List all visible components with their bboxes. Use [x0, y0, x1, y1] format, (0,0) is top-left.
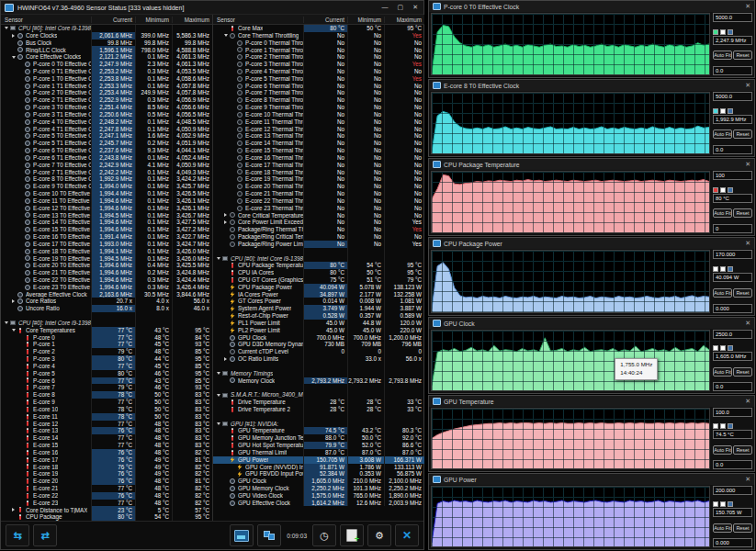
- reset-button[interactable]: Reset: [733, 445, 752, 455]
- sensor-row[interactable]: E-core 11 T0 Effective Clock1,994.6 MHz0…: [1, 197, 212, 205]
- sensor-row[interactable]: E-core 13 Thermal ThrottlingNoNoNo: [213, 132, 424, 140]
- graph-titlebar[interactable]: GPU Temperature✕: [429, 396, 754, 407]
- sensor-row[interactable]: GPU Clock1,605.0 MHz210.0 MHz2,100.0 MHz: [213, 478, 424, 485]
- sensor-row[interactable]: E-core 16 Thermal ThrottlingNoNoNo: [213, 154, 424, 162]
- collapse-toggle-icon[interactable]: [10, 329, 17, 332]
- sensor-row[interactable]: P-core 279 °C48 °C85 °C: [1, 348, 212, 355]
- sensor-row[interactable]: E-core 977 °C50 °C83 °C: [1, 399, 212, 406]
- sensor-row[interactable]: GT Cores Power0.014 W0.008 W1.081 W: [213, 298, 424, 305]
- grid-color-swatch[interactable]: [728, 29, 733, 35]
- sensor-row[interactable]: P-core 4 Thermal ThrottlingNoNoNo: [213, 68, 424, 75]
- sensor-row[interactable]: Core Critical TemperatureNoNoNo: [213, 212, 424, 219]
- sensor-group-row[interactable]: S.M.A.R.T.: Micron_3400_MTFDKBA...: [213, 391, 424, 399]
- graph-color-swatch[interactable]: [713, 266, 718, 272]
- sensor-row[interactable]: E-core 2076 °C48 °C81 °C: [1, 478, 212, 485]
- sensor-row[interactable]: CPU Package Temperature80 °C54 °C95 °C: [213, 262, 424, 269]
- sensor-row[interactable]: P-core 3 T1 Effective Clock2,250.6 MHz0.…: [1, 111, 212, 118]
- auto-fit-button[interactable]: Auto Fit: [713, 51, 732, 60]
- graph-plot-area[interactable]: [431, 486, 710, 547]
- close-icon[interactable]: ✕: [745, 240, 750, 247]
- grid-color-swatch[interactable]: [728, 345, 733, 351]
- background-color-swatch[interactable]: [720, 345, 726, 351]
- sensor-row[interactable]: Package/Ring Critical TemperatureNoNoNo: [213, 233, 424, 241]
- sensor-row[interactable]: P-core 1 T0 Effective Clock2,253.8 MHz0.…: [1, 75, 212, 83]
- background-color-swatch[interactable]: [720, 266, 726, 272]
- graph-color-swatch[interactable]: [713, 423, 718, 429]
- header-current[interactable]: Current: [303, 17, 347, 23]
- sensor-row[interactable]: PL2 Power Limit45.0 W45.0 W220.0 W: [213, 327, 424, 334]
- graph-color-swatch[interactable]: [713, 187, 718, 193]
- sensor-row[interactable]: E-core 1376 °C48 °C83 °C: [1, 427, 212, 434]
- graph-titlebar[interactable]: GPU Power✕: [429, 474, 754, 485]
- sensor-row[interactable]: P-core 1 Thermal ThrottlingNoNoNo: [213, 46, 424, 53]
- reset-button[interactable]: Reset: [733, 129, 752, 139]
- sensor-row[interactable]: IA Cores Power34.897 W2.177 W132.258 W: [213, 291, 424, 298]
- header-maximum[interactable]: Maximum: [384, 17, 424, 23]
- sensor-row[interactable]: P-core 7 T1 Effective Clock2,242.2 MHz0.…: [1, 169, 212, 176]
- sensor-row[interactable]: Core Temperatures77 °C43 °C95 °C: [1, 327, 212, 334]
- background-color-swatch[interactable]: [720, 187, 726, 193]
- collapse-toggle-icon[interactable]: [3, 27, 9, 29]
- sensor-row[interactable]: P-core 380 °C44 °C95 °C: [1, 355, 212, 363]
- expand-toggle-icon[interactable]: [222, 213, 229, 217]
- sensor-row[interactable]: GPU Temperature74.5 °C43.2 °C80.3 °C: [213, 427, 424, 434]
- sensor-row[interactable]: E-core 20 T0 Effective Clock1,994.6 MHz0…: [1, 262, 212, 269]
- sensor-row[interactable]: E-core 14 T0 Effective Clock1,994.6 MHz0…: [1, 219, 212, 226]
- sensor-group-row[interactable]: GPU [#1]: NVIDIA:: [213, 421, 424, 428]
- grid-color-swatch[interactable]: [728, 108, 733, 114]
- sensor-row[interactable]: P-core 077 °C48 °C84 °C: [1, 334, 212, 342]
- sensor-row[interactable]: GPU Hot Spot Temperature79.9 °C52.0 °C86…: [213, 442, 424, 449]
- sensor-row[interactable]: P-core 7 Thermal ThrottlingNoNoNo: [213, 89, 424, 96]
- reset-button[interactable]: Reset: [733, 367, 752, 377]
- sensor-group-row[interactable]: CPU [#0]: Intel Core i9-13980HX: [1, 25, 212, 32]
- header-minimum[interactable]: Minimum: [135, 17, 172, 23]
- sensor-row[interactable]: P-core 6 T0 Effective Clock2,237.6 MHz9.…: [1, 147, 212, 154]
- sensor-row[interactable]: P-core 5 T0 Effective Clock2,247.1 MHz1.…: [1, 132, 212, 140]
- graph-titlebar[interactable]: E-core 8 T0 Effective Clock✕: [429, 80, 754, 91]
- sensor-row[interactable]: Drive Temperature 228 °C28 °C33 °C: [213, 406, 424, 413]
- header-minimum[interactable]: Minimum: [347, 17, 384, 23]
- expand-toggle-icon[interactable]: [222, 220, 229, 224]
- close-icon[interactable]: ✕: [745, 320, 750, 327]
- sensor-row[interactable]: GPU Thermal Limit87.0 °C87.0 °C87.0 °C: [213, 449, 424, 456]
- collapse-toggle-icon[interactable]: [3, 321, 9, 324]
- sensor-row[interactable]: Drive Temperature28 °C28 °C33 °C: [213, 399, 424, 406]
- sensor-row[interactable]: E-core 9 T0 Effective Clock1,994.0 MHz0.…: [1, 183, 212, 190]
- expand-toggle-icon[interactable]: [10, 34, 17, 38]
- sensor-row[interactable]: E-core 19 Thermal ThrottlingNoNoNo: [213, 175, 424, 183]
- sensor-row[interactable]: E-core 10 Thermal ThrottlingNoNoNo: [213, 111, 424, 118]
- expand-toggle-icon[interactable]: [10, 299, 17, 303]
- sensor-row[interactable]: P-core 0 T1 Effective Clock2,253.2 MHz0.…: [1, 68, 212, 75]
- sensor-row[interactable]: GPU Clock700.0 MHz700.0 MHz1,200.0 MHz: [213, 334, 424, 342]
- graph-titlebar[interactable]: CPU Package Temperature✕: [429, 159, 754, 170]
- sensor-row[interactable]: P-core 7 T0 Effective Clock2,242.9 MHz4.…: [1, 162, 212, 169]
- sensor-row[interactable]: E-core 2177 °C48 °C82 °C: [1, 485, 212, 492]
- sensor-row[interactable]: GPU FBVDD Input Power52.384 W0.353 W56.8…: [213, 470, 424, 478]
- sensor-row[interactable]: P-core 477 °C45 °C85 °C: [1, 363, 212, 370]
- sensor-row[interactable]: Core Distance to TjMAX23 °C5 °C57 °C: [1, 506, 212, 513]
- sensor-group-row[interactable]: CPU [#0]: Intel Core i9-13980HX: DTS: [1, 320, 212, 327]
- collapse-toggle-icon[interactable]: [215, 372, 221, 375]
- header-maximum[interactable]: Maximum: [172, 17, 212, 23]
- background-color-swatch[interactable]: [720, 423, 726, 429]
- exit-button[interactable]: ✕: [395, 524, 419, 546]
- sensor-row[interactable]: Memory Clock2,793.2 MHz2,793.2 MHz2,793.…: [213, 377, 424, 385]
- sensor-row[interactable]: E-core 11 Thermal ThrottlingNoNoNo: [213, 118, 424, 126]
- sensor-row[interactable]: P-core 677 °C43 °C85 °C: [1, 377, 212, 385]
- graph-plot-area[interactable]: [431, 92, 710, 154]
- sensor-row[interactable]: E-core 18 Thermal ThrottlingNoNoNo: [213, 169, 424, 176]
- sensor-row[interactable]: P-core 0 T0 Effective Clock2,247.9 MHz2.…: [1, 61, 212, 68]
- sensor-row[interactable]: E-core 21 T0 Effective Clock1,994.6 MHz0…: [1, 269, 212, 276]
- sensor-row[interactable]: E-core 1078 °C50 °C83 °C: [1, 406, 212, 413]
- sensor-row[interactable]: P-core 3 T0 Effective Clock2,251.4 MHz8.…: [1, 104, 212, 111]
- background-color-swatch[interactable]: [720, 29, 726, 35]
- sensor-row[interactable]: P-core 5 Thermal ThrottlingNoNoYes: [213, 75, 424, 83]
- close-icon[interactable]: ✕: [745, 82, 750, 89]
- graph-plot-area[interactable]: [431, 250, 710, 313]
- sensor-row[interactable]: E-core 1577 °C48 °C83 °C: [1, 442, 212, 449]
- sensor-row[interactable]: P-core 4 T1 Effective Clock2,247.8 MHz0.…: [1, 126, 212, 133]
- graph-color-swatch[interactable]: [713, 501, 718, 507]
- sensor-row[interactable]: E-core 22 T0 Effective Clock1,994.6 MHz0…: [1, 276, 212, 284]
- reset-button[interactable]: Reset: [733, 51, 752, 60]
- sensor-row[interactable]: E-core 1776 °C49 °C81 °C: [1, 456, 212, 464]
